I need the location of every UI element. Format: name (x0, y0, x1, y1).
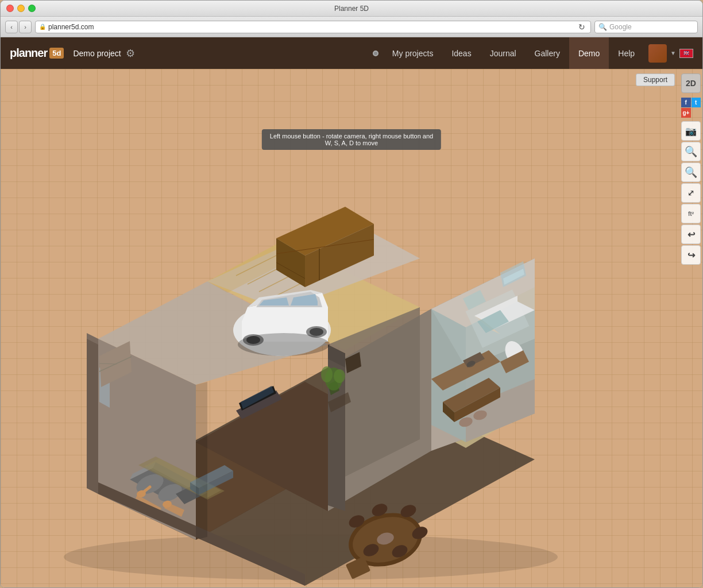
floor-plan-3d[interactable] (29, 138, 581, 586)
zoom-in-button[interactable]: 🔍 (681, 142, 701, 161)
lock-icon: 🔒 (39, 24, 46, 30)
nav-journal[interactable]: Journal (481, 37, 526, 69)
project-name: Demo project (73, 49, 121, 58)
address-bar[interactable]: 🔒 planner5d.com ↻ (35, 21, 591, 33)
view-area: Left mouse button - rotate camera, right… (1, 69, 702, 587)
facebook-button[interactable]: f (681, 98, 691, 107)
user-avatar[interactable] (648, 44, 667, 63)
window-title: Planner 5D (334, 5, 369, 13)
redo-button[interactable]: ↪ (681, 245, 701, 265)
nav-arrows: ‹ › (5, 21, 32, 33)
logo[interactable]: planner 5d (10, 47, 64, 60)
back-button[interactable]: ‹ (5, 21, 18, 33)
settings-gear-icon[interactable]: ⚙ (126, 47, 135, 60)
svg-point-93 (334, 369, 345, 383)
nav-demo[interactable]: Demo (569, 37, 609, 69)
svg-point-47 (310, 328, 323, 336)
url-text: planner5d.com (48, 23, 94, 31)
svg-point-48 (238, 333, 330, 356)
support-button[interactable]: Support (636, 74, 675, 86)
svg-marker-104 (196, 382, 207, 540)
fullscreen-button[interactable]: ⤢ (681, 183, 701, 203)
close-button[interactable] (6, 5, 14, 12)
camera-button[interactable]: 📷 (681, 121, 701, 141)
svg-point-92 (321, 366, 333, 382)
minimize-button[interactable] (17, 5, 25, 12)
nav-dot (373, 51, 378, 56)
search-placeholder: Google (609, 23, 632, 31)
view-2d-button[interactable]: 2D (681, 74, 701, 93)
svg-marker-98 (87, 339, 98, 494)
nav-bar: planner 5d Demo project ⚙ My projects Id… (1, 37, 702, 69)
app-container: planner 5d Demo project ⚙ My projects Id… (1, 37, 702, 587)
logo-text: planner (10, 47, 47, 60)
social-buttons: f t g+ (681, 98, 701, 118)
browser-titlebar: Planner 5D (1, 1, 702, 17)
twitter-button[interactable]: t (692, 98, 701, 107)
nav-my-projects[interactable]: My projects (383, 37, 443, 69)
search-bar[interactable]: 🔍 Google (594, 21, 698, 33)
window-controls (6, 5, 36, 12)
flag-icon[interactable]: 🇬🇧 (679, 49, 693, 58)
camera-tooltip: Left mouse button - rotate camera, right… (262, 129, 441, 150)
search-icon: 🔍 (598, 23, 607, 31)
undo-button[interactable]: ↩ (681, 225, 701, 244)
nav-links: My projects Ideas Journal Gallery Demo H… (383, 37, 644, 69)
maximize-button[interactable] (28, 5, 36, 12)
user-dropdown-arrow[interactable]: ▼ (670, 50, 676, 56)
units-button[interactable]: ft² (681, 204, 701, 223)
nav-gallery[interactable]: Gallery (526, 37, 569, 69)
zoom-out-button[interactable]: 🔍 (681, 163, 701, 182)
google-plus-button[interactable]: g+ (681, 108, 691, 118)
nav-user: ▼ 🇬🇧 (648, 44, 693, 63)
refresh-button[interactable]: ↻ (577, 22, 587, 32)
nav-ideas[interactable]: Ideas (442, 37, 480, 69)
right-toolbar: 2D f t g+ 📷 🔍 🔍 ⤢ ft² ↩ ↪ (679, 69, 702, 269)
browser-toolbar: ‹ › 🔒 planner5d.com ↻ 🔍 Google (1, 17, 702, 37)
logo-highlight: 5d (49, 48, 64, 59)
forward-button[interactable]: › (19, 21, 32, 33)
nav-help[interactable]: Help (609, 37, 644, 69)
browser-frame: Planner 5D ‹ › 🔒 planner5d.com ↻ 🔍 Googl… (0, 0, 703, 588)
